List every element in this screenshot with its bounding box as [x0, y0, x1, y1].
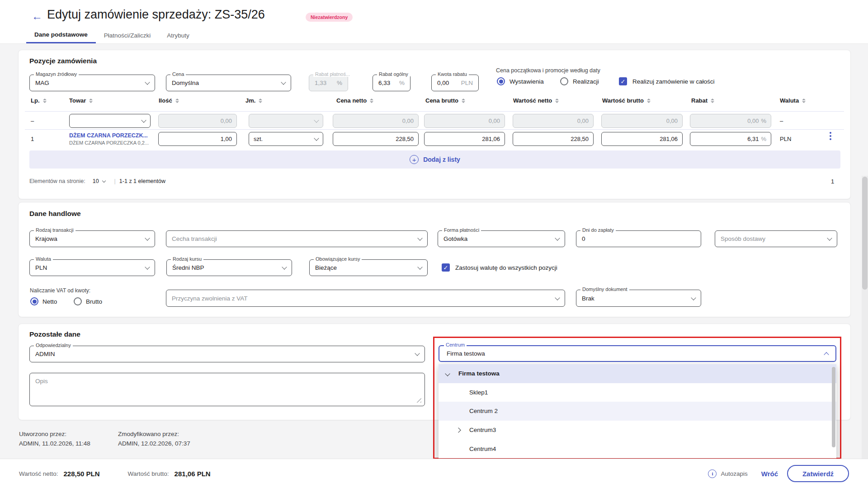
resize-handle-icon[interactable] — [416, 397, 421, 403]
tab-bar: Dane podstawowe Płatności/Zaliczki Atryb… — [0, 27, 868, 44]
col-header-jm[interactable]: Jm. — [245, 97, 262, 104]
col-header-waluta[interactable]: Waluta — [780, 97, 806, 104]
radio-wystawienia[interactable]: Wystawienia — [497, 77, 544, 85]
default-document-select[interactable]: Domyślny dokument Brak — [576, 290, 701, 307]
approve-button[interactable]: Zatwierdź — [787, 465, 849, 482]
new-row-unit-select — [249, 114, 323, 128]
col-header-lp[interactable]: Lp. — [31, 97, 47, 104]
page-number[interactable]: 1 — [831, 178, 834, 185]
chevron-down-icon — [314, 117, 319, 122]
product-subtitle: DŻEM CZARNA PORZECZKA 0,2... — [69, 140, 149, 145]
row1-gross-value-input[interactable]: 281,06 — [601, 132, 683, 146]
col-header-cena-netto[interactable]: Cena netto — [336, 97, 373, 104]
back-button[interactable]: Wróć — [761, 470, 778, 478]
per-page-value[interactable]: 10 — [93, 178, 99, 184]
total-discount-field[interactable]: Rabat ogólny 6,33 % — [373, 75, 410, 91]
sort-icon — [370, 99, 373, 103]
chevron-right-icon[interactable] — [456, 427, 461, 432]
description-textarea[interactable]: Opis — [29, 373, 425, 406]
new-row-gross-price-input: 0,00 — [424, 114, 505, 128]
sort-icon — [711, 99, 714, 103]
chevron-down-icon[interactable] — [102, 179, 105, 183]
row1-qty-input[interactable]: 1,00 — [158, 132, 237, 146]
source-warehouse-select[interactable]: Magazyn źródłowy MAG — [29, 75, 155, 91]
radio-realizacji[interactable]: Realizacji — [560, 77, 599, 85]
new-row-product-select[interactable] — [69, 114, 151, 128]
discount-amount-field[interactable]: Kwota rabatu 0,00 PLN — [431, 75, 479, 91]
new-row-net-price-input: 0,00 — [333, 114, 419, 128]
product-link[interactable]: DŻEM CZARNA PORZECZK... — [69, 132, 148, 139]
created-by-value: ADMIN, 11.02.2026, 11:48 — [19, 439, 90, 448]
days-to-pay-input[interactable]: Dni do zapłaty 0 — [576, 230, 701, 247]
chevron-down-icon — [555, 235, 560, 240]
chevron-down-icon[interactable] — [445, 371, 450, 376]
col-header-cena-brutto[interactable]: Cena brutto — [425, 97, 465, 104]
col-header-wartosc-brutto[interactable]: Wartość brutto — [602, 97, 651, 104]
per-page-label: Elementów na stronie: — [29, 178, 85, 184]
chevron-down-icon — [282, 264, 287, 269]
dropdown-option-firma-testowa[interactable]: Firma testowa — [439, 364, 836, 383]
vat-exemption-select[interactable]: Przyczyna zwolnienia z VAT — [166, 290, 565, 307]
dropdown-option-centrum4[interactable]: Centrum4 — [439, 439, 836, 458]
payment-form-select[interactable]: Forma płatności Gotówka — [438, 230, 565, 247]
sort-icon — [259, 99, 262, 103]
commercial-data-card: Dane handlowe Rodzaj transakcji Krajowa … — [18, 202, 851, 317]
currency-select[interactable]: Waluta PLN — [29, 259, 155, 276]
rate-type-select[interactable]: Rodzaj kursu Średni NBP — [166, 259, 292, 276]
col-header-rabat[interactable]: Rabat — [691, 97, 714, 104]
centrum-combobox[interactable]: Centrum Firma testowa — [439, 345, 836, 362]
chevron-down-icon — [141, 117, 146, 122]
vat-from-label: Naliczanie VAT od kwoty: — [30, 287, 90, 294]
col-header-ilosc[interactable]: Ilość — [159, 97, 179, 104]
row1-unit-select[interactable]: szt. — [249, 132, 323, 146]
row1-gross-price-input[interactable]: 281,06 — [424, 132, 505, 146]
row-divider — [25, 111, 844, 112]
tab-atrybuty[interactable]: Atrybuty — [159, 27, 198, 43]
chevron-down-icon — [417, 235, 422, 240]
autosave-label: Autozapis — [721, 470, 747, 477]
row1-menu-icon[interactable] — [830, 132, 831, 140]
chevron-down-icon — [415, 351, 420, 356]
promo-date-label: Cena początkowa i promocje według daty — [496, 67, 600, 74]
range-label: 1-1 z 1 elementów — [119, 178, 165, 184]
order-items-card: Pozycje zamówienia Magazyn źródłowy MAG … — [18, 50, 851, 199]
page-scrollbar-thumb[interactable] — [862, 177, 868, 290]
status-badge: Niezatwierdzony — [306, 13, 353, 22]
row1-discount-input[interactable]: 6,31% — [690, 132, 771, 146]
rates-select[interactable]: Obowiązujące kursy Bieżące — [309, 259, 428, 276]
radio-selected-icon — [497, 77, 505, 85]
dropdown-option-sklep1[interactable]: Sklep1 — [439, 383, 836, 402]
delivery-method-select[interactable]: Sposób dostawy — [715, 230, 837, 247]
col-header-wartosc-netto[interactable]: Wartość netto — [513, 97, 559, 104]
info-icon[interactable]: i — [708, 469, 717, 478]
dropdown-option-centrum3[interactable]: Centrum3 — [439, 421, 836, 440]
chevron-down-icon — [555, 295, 560, 300]
apply-currency-checkbox[interactable]: ✓ Zastosuj walutę do wszystkich pozycji — [442, 263, 557, 272]
col-header-towar[interactable]: Towar — [69, 97, 93, 104]
row1-net-value-input[interactable]: 228,50 — [513, 132, 594, 146]
sort-icon — [89, 99, 93, 103]
price-select[interactable]: Cena Domyślna — [166, 75, 291, 91]
radio-brutto[interactable]: Brutto — [74, 297, 102, 305]
chevron-down-icon — [827, 235, 832, 240]
tab-platnosci-zaliczki[interactable]: Płatności/Zaliczki — [96, 27, 159, 43]
page-scrollbar[interactable] — [862, 176, 868, 459]
commercial-title: Dane handlowe — [29, 210, 81, 218]
add-from-list-button[interactable]: + Dodaj z listy — [29, 150, 840, 169]
radio-netto[interactable]: Netto — [30, 297, 57, 305]
transaction-feature-select[interactable]: Cecha transakcji — [166, 230, 428, 247]
chevron-down-icon — [314, 136, 319, 141]
modified-by-value: ADMIN, 12.02.2026, 07:37 — [118, 439, 190, 448]
back-arrow-icon[interactable]: ← — [32, 10, 42, 23]
responsible-select[interactable]: Odpowiedzialny ADMIN — [29, 346, 425, 362]
payment-discount-field: Rabat płatnoś... 1,33 % — [309, 75, 348, 91]
fulfill-whole-checkbox[interactable]: ✓ Realizuj zamówienie w całości — [619, 77, 715, 85]
row1-net-price-input[interactable]: 228,50 — [333, 132, 419, 146]
dropdown-option-centrum2[interactable]: Centrum 2 — [439, 402, 836, 421]
transaction-type-select[interactable]: Rodzaj transakcji Krajowa — [29, 230, 155, 247]
radio-unselected-icon — [74, 297, 82, 305]
tab-dane-podstawowe[interactable]: Dane podstawowe — [26, 27, 96, 43]
created-by-block: Utworzono przez: ADMIN, 11.02.2026, 11:4… — [19, 429, 90, 448]
created-by-label: Utworzono przez: — [19, 429, 90, 439]
dropdown-scrollbar[interactable] — [832, 367, 835, 447]
